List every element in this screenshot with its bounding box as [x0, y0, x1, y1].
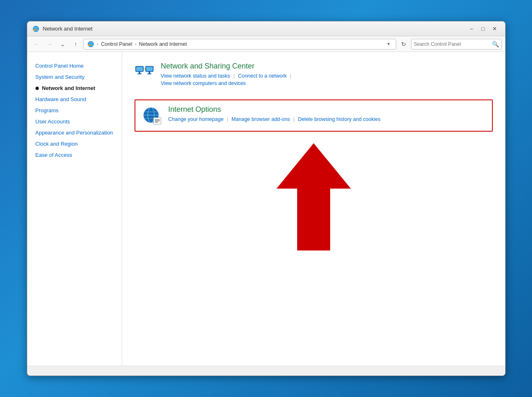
internet-options-icon: [142, 106, 162, 126]
network-sharing-body: Network and Sharing Center View network …: [161, 62, 493, 88]
content-area: Network and Sharing Center View network …: [122, 52, 505, 366]
svg-rect-8: [139, 72, 140, 73]
minimize-button[interactable]: –: [466, 24, 477, 33]
link-manage-addons[interactable]: Manage browser add-ons: [232, 116, 290, 122]
svg-rect-5: [91, 44, 93, 46]
svg-rect-1: [33, 29, 35, 31]
sep-1: |: [233, 73, 234, 79]
arrow-annotation: [135, 143, 493, 250]
sidebar-item-appearance[interactable]: Appearance and Personalization: [27, 127, 122, 138]
title-bar-controls: – □ ✕: [466, 24, 500, 33]
sidebar-link-control-panel-home[interactable]: Control Panel Home: [35, 63, 84, 69]
link-connect-network[interactable]: Connect to a network: [238, 73, 287, 79]
sidebar-link-user-accounts[interactable]: User Accounts: [35, 118, 70, 125]
address-bar: ← → ⌄ ↑ › Control Panel › Network and In…: [27, 36, 505, 52]
sidebar-link-ease-access[interactable]: Ease of Access: [35, 152, 72, 158]
sidebar-link-clock-region[interactable]: Clock and Region: [35, 141, 78, 147]
network-sharing-links-row1: View network status and tasks | Connect …: [161, 73, 493, 79]
sidebar-link-appearance[interactable]: Appearance and Personalization: [35, 130, 113, 136]
address-separator-1: ›: [97, 41, 99, 47]
sidebar-link-network-internet[interactable]: Network and Internet: [42, 85, 95, 91]
window-icon: [32, 25, 40, 33]
red-arrow-svg: [277, 143, 351, 250]
breadcrumb-control-panel[interactable]: Control Panel: [101, 41, 132, 47]
sidebar-item-clock-region[interactable]: Clock and Region: [27, 138, 122, 149]
network-sharing-title: Network and Sharing Center: [161, 62, 493, 71]
sidebar-item-ease-access[interactable]: Ease of Access: [27, 149, 122, 161]
network-sharing-icon: [135, 63, 154, 83]
svg-rect-13: [147, 73, 151, 74]
internet-options-title: Internet Options: [168, 105, 485, 114]
link-delete-history[interactable]: Delete browsing history and cookies: [298, 116, 381, 122]
forward-button[interactable]: →: [44, 38, 55, 50]
svg-marker-25: [277, 143, 351, 250]
link-view-network-status[interactable]: View network status and tasks: [161, 73, 230, 79]
sidebar-item-system-security[interactable]: System and Security: [27, 71, 122, 83]
sidebar-item-network-internet[interactable]: Network and Internet: [27, 83, 122, 94]
sidebar-link-system-security[interactable]: System and Security: [35, 74, 85, 80]
main-content: Control Panel Home System and Security N…: [27, 52, 505, 366]
sep-4: |: [293, 116, 295, 122]
back-button[interactable]: ←: [31, 38, 42, 50]
window-title: Network and Internet: [43, 26, 463, 32]
sep-3: |: [227, 116, 228, 122]
network-sharing-links-row2: View network computers and devices: [161, 80, 493, 86]
sidebar-link-programs[interactable]: Programs: [35, 107, 59, 113]
internet-options-body: Internet Options Change your homepage | …: [168, 105, 485, 126]
main-window: Network and Internet – □ ✕ ← → ⌄ ↑ › Con…: [27, 21, 506, 376]
internet-options-links: Change your homepage | Manage browser ad…: [168, 116, 485, 122]
control-panel-icon: [87, 40, 95, 48]
sep-2: |: [290, 73, 291, 79]
sidebar-link-hardware-sound[interactable]: Hardware and Sound: [35, 96, 86, 102]
svg-rect-9: [137, 73, 142, 74]
svg-rect-7: [136, 67, 143, 71]
svg-rect-4: [88, 44, 90, 46]
status-bar: [27, 366, 505, 376]
up-button[interactable]: ↑: [70, 38, 82, 50]
address-separator-2: ›: [135, 41, 136, 47]
maximize-button[interactable]: □: [478, 24, 489, 33]
search-input[interactable]: [414, 41, 490, 47]
breadcrumb-network-internet[interactable]: Network and Internet: [139, 41, 187, 47]
network-sharing-icon-svg: [135, 63, 154, 83]
internet-options-section: Internet Options Change your homepage | …: [135, 99, 493, 132]
svg-rect-11: [146, 67, 153, 71]
internet-options-icon-svg: [142, 106, 162, 126]
link-change-homepage[interactable]: Change your homepage: [168, 116, 224, 122]
network-sharing-section: Network and Sharing Center View network …: [135, 62, 493, 88]
recent-locations-button[interactable]: ⌄: [57, 38, 69, 50]
active-bullet: [35, 87, 39, 90]
close-button[interactable]: ✕: [489, 24, 500, 33]
search-button[interactable]: 🔍: [492, 41, 499, 47]
sidebar-item-control-panel-home[interactable]: Control Panel Home: [27, 60, 122, 71]
sidebar: Control Panel Home System and Security N…: [27, 52, 122, 366]
svg-rect-2: [36, 29, 38, 31]
sidebar-item-programs[interactable]: Programs: [27, 105, 122, 116]
title-bar: Network and Internet – □ ✕: [27, 21, 505, 36]
svg-rect-12: [149, 72, 150, 73]
address-dropdown-button[interactable]: ▼: [385, 40, 392, 48]
search-bar: 🔍: [411, 39, 502, 50]
refresh-button[interactable]: ↻: [398, 38, 409, 50]
address-field[interactable]: › Control Panel › Network and Internet ▼: [83, 39, 396, 50]
link-view-computers[interactable]: View network computers and devices: [161, 80, 246, 86]
sidebar-item-user-accounts[interactable]: User Accounts: [27, 116, 122, 127]
sidebar-item-hardware-sound[interactable]: Hardware and Sound: [27, 94, 122, 105]
